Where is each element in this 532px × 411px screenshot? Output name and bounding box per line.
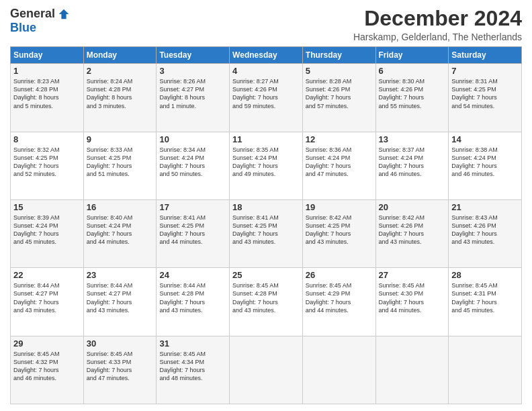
calendar-cell: 16Sunrise: 8:40 AM Sunset: 4:24 PM Dayli… bbox=[83, 199, 157, 267]
day-number: 22 bbox=[13, 270, 81, 280]
day-content: Sunrise: 8:38 AM Sunset: 4:24 PM Dayligh… bbox=[451, 146, 519, 179]
day-content: Sunrise: 8:41 AM Sunset: 4:25 PM Dayligh… bbox=[159, 214, 226, 246]
day-number: 11 bbox=[232, 134, 300, 144]
calendar-cell: 11Sunrise: 8:35 AM Sunset: 4:24 PM Dayli… bbox=[230, 132, 303, 199]
logo-blue-text: Blue bbox=[10, 21, 36, 35]
calendar-cell: 1Sunrise: 8:23 AM Sunset: 4:28 PM Daylig… bbox=[11, 64, 84, 132]
day-content: Sunrise: 8:42 AM Sunset: 4:26 PM Dayligh… bbox=[379, 214, 446, 246]
day-number: 20 bbox=[379, 202, 446, 212]
day-content: Sunrise: 8:45 AM Sunset: 4:32 PM Dayligh… bbox=[13, 350, 81, 383]
day-number: 2 bbox=[87, 66, 154, 76]
day-number: 29 bbox=[13, 338, 81, 349]
col-thursday: Thursday bbox=[302, 47, 375, 64]
header: General Blue December 2024 Harskamp, Gel… bbox=[10, 7, 522, 42]
day-number: 17 bbox=[159, 202, 226, 212]
calendar-week-5: 29Sunrise: 8:45 AM Sunset: 4:32 PM Dayli… bbox=[11, 336, 522, 404]
day-content: Sunrise: 8:41 AM Sunset: 4:25 PM Dayligh… bbox=[232, 214, 300, 246]
day-content: Sunrise: 8:36 AM Sunset: 4:24 PM Dayligh… bbox=[306, 146, 373, 179]
calendar-cell bbox=[449, 336, 522, 404]
day-content: Sunrise: 8:32 AM Sunset: 4:25 PM Dayligh… bbox=[13, 146, 81, 179]
day-content: Sunrise: 8:44 AM Sunset: 4:27 PM Dayligh… bbox=[87, 281, 154, 314]
day-number: 23 bbox=[87, 270, 154, 280]
calendar-week-3: 15Sunrise: 8:39 AM Sunset: 4:24 PM Dayli… bbox=[11, 199, 522, 267]
calendar-cell: 29Sunrise: 8:45 AM Sunset: 4:32 PM Dayli… bbox=[11, 336, 84, 404]
day-number: 4 bbox=[232, 66, 300, 76]
calendar-cell: 9Sunrise: 8:33 AM Sunset: 4:25 PM Daylig… bbox=[83, 132, 157, 199]
day-content: Sunrise: 8:37 AM Sunset: 4:24 PM Dayligh… bbox=[379, 146, 446, 179]
day-content: Sunrise: 8:33 AM Sunset: 4:25 PM Dayligh… bbox=[87, 146, 154, 179]
day-number: 15 bbox=[13, 202, 81, 212]
day-number: 21 bbox=[451, 202, 519, 212]
calendar-cell: 28Sunrise: 8:45 AM Sunset: 4:31 PM Dayli… bbox=[449, 268, 522, 336]
day-number: 8 bbox=[13, 134, 81, 144]
calendar-cell: 7Sunrise: 8:31 AM Sunset: 4:25 PM Daylig… bbox=[449, 64, 522, 132]
logo: General Blue bbox=[10, 7, 70, 35]
day-content: Sunrise: 8:42 AM Sunset: 4:25 PM Dayligh… bbox=[306, 214, 373, 246]
calendar-cell: 26Sunrise: 8:45 AM Sunset: 4:29 PM Dayli… bbox=[302, 268, 375, 336]
day-number: 24 bbox=[159, 270, 226, 280]
calendar-cell: 10Sunrise: 8:34 AM Sunset: 4:24 PM Dayli… bbox=[157, 132, 230, 199]
calendar-cell: 18Sunrise: 8:41 AM Sunset: 4:25 PM Dayli… bbox=[230, 199, 303, 267]
day-number: 16 bbox=[87, 202, 154, 212]
day-number: 6 bbox=[379, 66, 446, 76]
day-content: Sunrise: 8:45 AM Sunset: 4:29 PM Dayligh… bbox=[306, 281, 373, 314]
calendar-cell: 21Sunrise: 8:43 AM Sunset: 4:26 PM Dayli… bbox=[449, 199, 522, 267]
location-subtitle: Harskamp, Gelderland, The Netherlands bbox=[353, 32, 522, 42]
calendar-cell: 15Sunrise: 8:39 AM Sunset: 4:24 PM Dayli… bbox=[11, 199, 84, 267]
day-number: 31 bbox=[159, 338, 226, 349]
calendar-cell: 12Sunrise: 8:36 AM Sunset: 4:24 PM Dayli… bbox=[302, 132, 375, 199]
calendar-cell bbox=[230, 336, 303, 404]
day-number: 26 bbox=[306, 270, 373, 280]
day-content: Sunrise: 8:34 AM Sunset: 4:24 PM Dayligh… bbox=[159, 146, 226, 179]
col-tuesday: Tuesday bbox=[157, 47, 230, 64]
calendar-cell: 6Sunrise: 8:30 AM Sunset: 4:26 PM Daylig… bbox=[375, 64, 449, 132]
calendar-cell: 25Sunrise: 8:45 AM Sunset: 4:28 PM Dayli… bbox=[230, 268, 303, 336]
calendar-cell bbox=[302, 336, 375, 404]
calendar-cell: 24Sunrise: 8:44 AM Sunset: 4:28 PM Dayli… bbox=[157, 268, 230, 336]
day-content: Sunrise: 8:45 AM Sunset: 4:31 PM Dayligh… bbox=[451, 281, 519, 314]
calendar-cell: 17Sunrise: 8:41 AM Sunset: 4:25 PM Dayli… bbox=[157, 199, 230, 267]
day-number: 25 bbox=[232, 270, 300, 280]
day-number: 19 bbox=[306, 202, 373, 212]
day-content: Sunrise: 8:45 AM Sunset: 4:30 PM Dayligh… bbox=[379, 281, 446, 314]
day-content: Sunrise: 8:43 AM Sunset: 4:26 PM Dayligh… bbox=[451, 214, 519, 246]
day-number: 12 bbox=[306, 134, 373, 144]
calendar-cell: 14Sunrise: 8:38 AM Sunset: 4:24 PM Dayli… bbox=[449, 132, 522, 199]
calendar-week-4: 22Sunrise: 8:44 AM Sunset: 4:27 PM Dayli… bbox=[11, 268, 522, 336]
day-content: Sunrise: 8:30 AM Sunset: 4:26 PM Dayligh… bbox=[379, 77, 446, 110]
calendar-table: Sunday Monday Tuesday Wednesday Thursday… bbox=[10, 46, 522, 404]
calendar-cell: 19Sunrise: 8:42 AM Sunset: 4:25 PM Dayli… bbox=[302, 199, 375, 267]
day-content: Sunrise: 8:35 AM Sunset: 4:24 PM Dayligh… bbox=[232, 146, 300, 179]
col-saturday: Saturday bbox=[449, 47, 522, 64]
calendar-cell: 20Sunrise: 8:42 AM Sunset: 4:26 PM Dayli… bbox=[375, 199, 449, 267]
day-number: 1 bbox=[13, 66, 81, 76]
calendar-cell: 31Sunrise: 8:45 AM Sunset: 4:34 PM Dayli… bbox=[157, 336, 230, 404]
day-content: Sunrise: 8:27 AM Sunset: 4:26 PM Dayligh… bbox=[232, 77, 300, 110]
day-content: Sunrise: 8:23 AM Sunset: 4:28 PM Dayligh… bbox=[13, 77, 81, 110]
header-row: Sunday Monday Tuesday Wednesday Thursday… bbox=[11, 47, 522, 64]
day-content: Sunrise: 8:28 AM Sunset: 4:26 PM Dayligh… bbox=[306, 77, 373, 110]
col-friday: Friday bbox=[375, 47, 449, 64]
calendar-cell: 13Sunrise: 8:37 AM Sunset: 4:24 PM Dayli… bbox=[375, 132, 449, 199]
day-number: 9 bbox=[87, 134, 154, 144]
month-title: December 2024 bbox=[353, 7, 522, 30]
calendar-cell bbox=[375, 336, 449, 404]
calendar-cell: 8Sunrise: 8:32 AM Sunset: 4:25 PM Daylig… bbox=[11, 132, 84, 199]
page: General Blue December 2024 Harskamp, Gel… bbox=[0, 0, 532, 411]
calendar-cell: 2Sunrise: 8:24 AM Sunset: 4:28 PM Daylig… bbox=[83, 64, 157, 132]
day-content: Sunrise: 8:40 AM Sunset: 4:24 PM Dayligh… bbox=[87, 214, 154, 246]
day-number: 7 bbox=[451, 66, 519, 76]
title-section: December 2024 Harskamp, Gelderland, The … bbox=[353, 7, 522, 42]
day-number: 28 bbox=[451, 270, 519, 280]
calendar-cell: 4Sunrise: 8:27 AM Sunset: 4:26 PM Daylig… bbox=[230, 64, 303, 132]
day-number: 18 bbox=[232, 202, 300, 212]
svg-marker-0 bbox=[59, 9, 69, 18]
calendar-cell: 23Sunrise: 8:44 AM Sunset: 4:27 PM Dayli… bbox=[83, 268, 157, 336]
col-wednesday: Wednesday bbox=[230, 47, 303, 64]
calendar-week-2: 8Sunrise: 8:32 AM Sunset: 4:25 PM Daylig… bbox=[11, 132, 522, 199]
day-content: Sunrise: 8:45 AM Sunset: 4:33 PM Dayligh… bbox=[87, 350, 154, 383]
day-content: Sunrise: 8:39 AM Sunset: 4:24 PM Dayligh… bbox=[13, 214, 81, 246]
day-number: 13 bbox=[379, 134, 446, 144]
day-content: Sunrise: 8:24 AM Sunset: 4:28 PM Dayligh… bbox=[87, 77, 154, 110]
day-content: Sunrise: 8:31 AM Sunset: 4:25 PM Dayligh… bbox=[451, 77, 519, 110]
